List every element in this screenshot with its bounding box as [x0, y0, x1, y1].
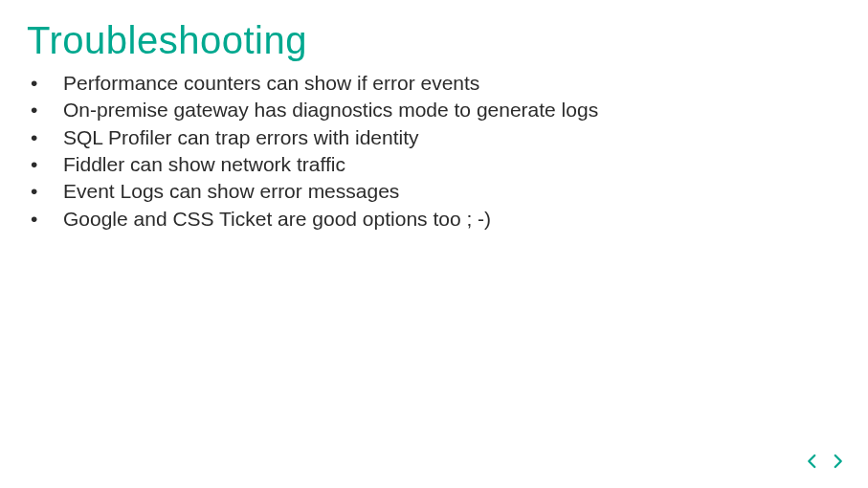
next-button[interactable] [828, 454, 847, 473]
bullet-text: SQL Profiler can trap errors with identi… [63, 124, 419, 151]
bullet-dot: • [31, 178, 63, 205]
bullet-text: Fiddler can show network traffic [63, 151, 345, 178]
nav-controls [803, 454, 847, 473]
bullet-list: • Performance counters can show if error… [27, 70, 841, 233]
chevron-left-icon [804, 453, 821, 474]
bullet-dot: • [31, 70, 63, 97]
list-item: • SQL Profiler can trap errors with iden… [31, 124, 841, 151]
bullet-dot: • [31, 97, 63, 123]
slide-title: Troubleshooting [27, 19, 841, 62]
prev-button[interactable] [803, 454, 822, 473]
bullet-text: On-premise gateway has diagnostics mode … [63, 97, 598, 123]
list-item: • Fiddler can show network traffic [31, 151, 841, 178]
bullet-text: Performance counters can show if error e… [63, 70, 479, 97]
chevron-right-icon [829, 453, 846, 474]
bullet-dot: • [31, 124, 63, 151]
bullet-dot: • [31, 206, 63, 233]
list-item: • Event Logs can show error messages [31, 178, 841, 205]
bullet-dot: • [31, 151, 63, 178]
bullet-text: Google and CSS Ticket are good options t… [63, 206, 491, 233]
list-item: • On-premise gateway has diagnostics mod… [31, 97, 841, 123]
slide: Troubleshooting • Performance counters c… [0, 0, 868, 252]
list-item: • Google and CSS Ticket are good options… [31, 206, 841, 233]
bullet-text: Event Logs can show error messages [63, 178, 399, 205]
list-item: • Performance counters can show if error… [31, 70, 841, 97]
